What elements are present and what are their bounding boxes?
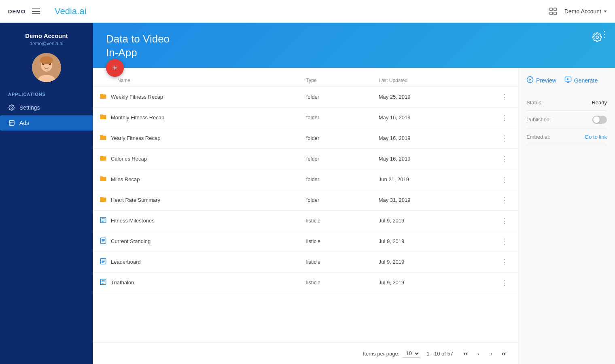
last-page-button[interactable]: ⏭ — [498, 348, 510, 359]
cell-more: ⋮ — [491, 169, 518, 190]
page-header: Data to Video In-App ⋮ — [93, 23, 615, 68]
sidebar-item-settings[interactable]: Settings — [0, 100, 93, 115]
table-row: Calories RecapfolderMay 16, 2019⋮ — [93, 148, 518, 169]
sidebar-item-ads[interactable]: Ads — [0, 115, 93, 131]
preview-button[interactable]: Preview — [526, 76, 556, 85]
folder-icon — [100, 175, 107, 184]
row-name-text: Current Standing — [111, 238, 151, 244]
row-more-button[interactable]: ⋮ — [498, 174, 511, 185]
sidebar-item-settings-label: Settings — [19, 104, 40, 111]
row-name-text: Fitness Milestones — [111, 218, 155, 224]
cell-type: folder — [300, 87, 372, 107]
cell-type: listicle — [300, 272, 372, 293]
generate-button[interactable]: Generate — [564, 76, 598, 85]
preview-icon — [526, 76, 534, 85]
cell-type: folder — [300, 169, 372, 190]
first-page-button[interactable]: ⏮ — [460, 348, 471, 359]
page-title: Data to Video In-App — [106, 32, 170, 60]
cell-last-updated: May 16, 2019 — [372, 148, 491, 169]
cell-last-updated: May 31, 2019 — [372, 190, 491, 210]
cell-type: folder — [300, 148, 372, 169]
svg-rect-0 — [550, 8, 552, 11]
next-page-button[interactable]: › — [486, 348, 497, 359]
prev-page-button[interactable]: ‹ — [473, 348, 484, 359]
folder-icon — [100, 196, 107, 205]
add-button[interactable]: + — [106, 59, 124, 77]
table-section: Name Type Last Updated — [93, 68, 518, 364]
table-row: Current StandinglisticleJul 9, 2019⋮ — [93, 231, 518, 252]
notifications-icon[interactable] — [547, 5, 560, 18]
sidebar-item-ads-label: Ads — [19, 120, 29, 126]
published-toggle[interactable] — [592, 116, 607, 124]
pagination-controls: ⏮ ‹ › ⏭ — [460, 348, 510, 359]
folder-icon — [100, 134, 107, 143]
cell-more: ⋮ — [491, 272, 518, 293]
more-options-icon[interactable]: ⋮ — [600, 29, 609, 39]
svg-point-9 — [40, 56, 53, 64]
table-row: Fitness MilestoneslisticleJul 9, 2019⋮ — [93, 210, 518, 231]
sidebar: Demo Account demo@vedia.ai APPLICATIONS … — [0, 23, 93, 364]
row-more-button[interactable]: ⋮ — [498, 153, 511, 165]
cell-more: ⋮ — [491, 107, 518, 128]
published-label: Published: — [526, 116, 551, 123]
table-header: Name Type Last Updated — [93, 74, 518, 87]
row-more-button[interactable]: ⋮ — [498, 236, 511, 247]
table-row: Heart Rate SummaryfolderMay 31, 2019⋮ — [93, 190, 518, 210]
table-row: Miles RecapfolderJun 21, 2019⋮ — [93, 169, 518, 190]
demo-label: DEMO — [8, 8, 25, 15]
row-name-text: Leaderboard — [111, 259, 141, 265]
side-panel-actions: Preview Generate — [526, 76, 607, 85]
preview-label: Preview — [536, 77, 556, 84]
per-page-select[interactable]: 10 25 50 — [403, 349, 420, 358]
pagination-range: 1 - 10 of 57 — [426, 351, 453, 357]
sidebar-email: demo@vedia.ai — [30, 41, 64, 47]
cell-last-updated: Jul 9, 2019 — [372, 231, 491, 252]
svg-rect-3 — [554, 12, 556, 15]
cell-name: Heart Rate Summary — [93, 190, 300, 210]
row-more-button[interactable]: ⋮ — [498, 112, 511, 123]
gear-icon — [8, 104, 15, 111]
row-more-button[interactable]: ⋮ — [498, 277, 511, 288]
row-more-button[interactable]: ⋮ — [498, 195, 511, 206]
cell-name: Calories Recap — [93, 148, 300, 169]
top-bar: DEMO Vedia.ai Demo Account — [0, 0, 615, 23]
row-more-button[interactable]: ⋮ — [498, 91, 511, 103]
header-wrapper: Data to Video In-App ⋮ + — [93, 23, 615, 68]
listicle-icon — [100, 258, 107, 267]
row-name-text: Monthly Fitness Recap — [111, 114, 164, 121]
embed-label: Embed at: — [526, 134, 550, 140]
content-area: Name Type Last Updated — [93, 68, 615, 364]
table-row: Weekly Fitness RecapfolderMay 25, 2019⋮ — [93, 87, 518, 107]
cell-more: ⋮ — [491, 128, 518, 148]
svg-marker-36 — [567, 78, 569, 80]
status-value: Ready — [592, 99, 607, 106]
cell-type: listicle — [300, 252, 372, 272]
generate-icon — [564, 76, 572, 85]
listicle-icon — [100, 278, 107, 287]
table-row: LeaderboardlisticleJul 9, 2019⋮ — [93, 252, 518, 272]
table-row: Monthly Fitness RecapfolderMay 16, 2019⋮ — [93, 107, 518, 128]
chevron-down-icon — [604, 11, 607, 13]
cell-last-updated: Jul 9, 2019 — [372, 252, 491, 272]
table-row: TriathalonlisticleJul 9, 2019⋮ — [93, 272, 518, 293]
cell-more: ⋮ — [491, 87, 518, 107]
cell-type: listicle — [300, 210, 372, 231]
sidebar-account-name: Demo Account — [25, 32, 68, 39]
cell-more: ⋮ — [491, 210, 518, 231]
folder-icon — [100, 113, 107, 122]
cell-name: Leaderboard — [93, 252, 300, 272]
row-more-button[interactable]: ⋮ — [498, 256, 511, 268]
avatar — [32, 53, 61, 82]
items-table: Name Type Last Updated — [93, 74, 518, 293]
main-content: Data to Video In-App ⋮ + Name — [93, 23, 615, 364]
row-name-text: Weekly Fitness Recap — [111, 94, 163, 100]
embed-link[interactable]: Go to link — [585, 134, 607, 140]
account-menu[interactable]: Demo Account — [564, 8, 607, 15]
row-more-button[interactable]: ⋮ — [498, 215, 511, 226]
svg-marker-32 — [530, 78, 532, 81]
col-actions — [491, 74, 518, 87]
hamburger-menu[interactable] — [32, 8, 40, 14]
row-name-text: Calories Recap — [111, 156, 147, 162]
listicle-icon — [100, 237, 107, 246]
row-more-button[interactable]: ⋮ — [498, 133, 511, 144]
